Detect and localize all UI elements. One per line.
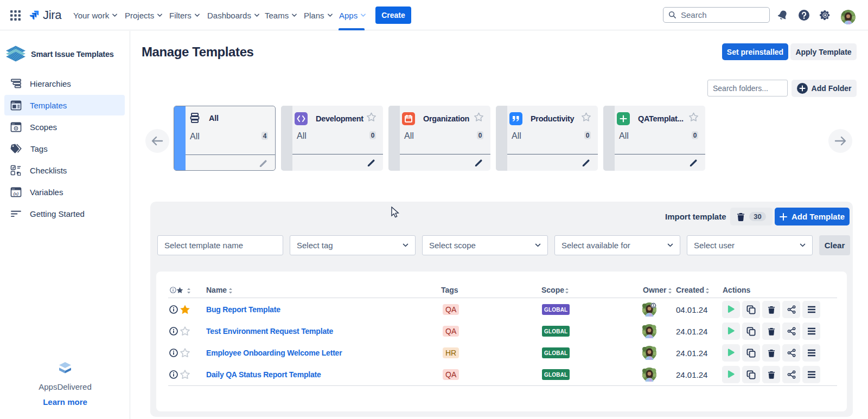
svg-text:(x): (x) xyxy=(14,191,19,196)
